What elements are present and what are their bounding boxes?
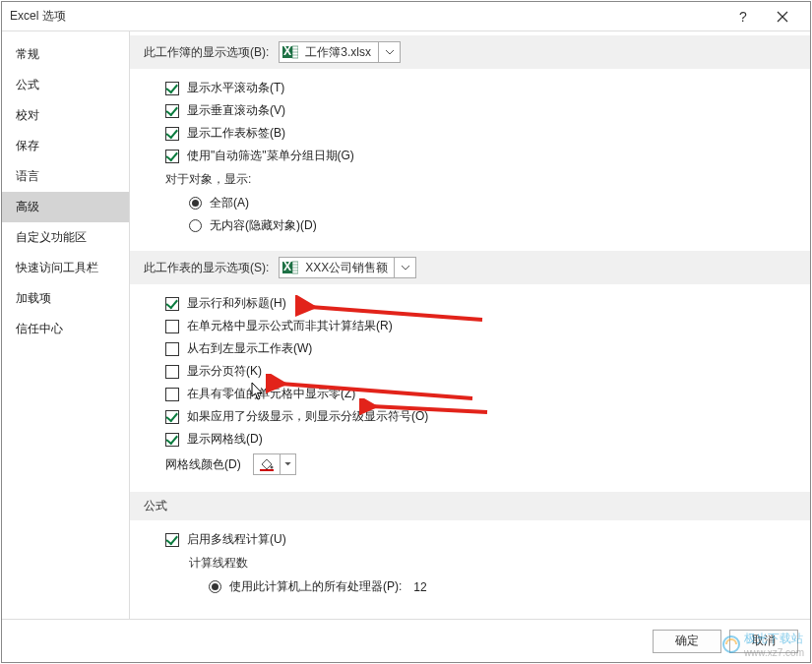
gridline-color-picker[interactable] (253, 453, 296, 475)
radio-objects-all[interactable]: 全部(A) (165, 192, 790, 214)
close-button[interactable] (763, 2, 802, 31)
chevron-down-icon (280, 454, 295, 474)
sidebar-item-proofing[interactable]: 校对 (2, 100, 129, 131)
checkbox-icon[interactable] (165, 410, 179, 424)
section-formulas-label: 公式 (144, 498, 167, 514)
sheet-dropdown-value: XXX公司销售额 (299, 260, 394, 276)
svg-point-14 (270, 466, 273, 469)
thread-count-label: 计算线程数 (165, 551, 790, 575)
gridline-color-row: 网格线颜色(D) (165, 451, 790, 478)
checkbox-icon[interactable] (165, 104, 179, 118)
color-bucket-icon (258, 457, 276, 471)
sidebar-item-formulas[interactable]: 公式 (2, 70, 129, 100)
checkbox-icon[interactable] (165, 297, 179, 311)
formula-options: 启用多线程计算(U) 计算线程数 使用此计算机上的所有处理器(P): 12 (130, 520, 810, 612)
help-button[interactable]: ? (723, 2, 763, 31)
option-row-col-headers[interactable]: 显示行和列标题(H) (165, 292, 790, 315)
section-formulas: 公式 (130, 492, 810, 520)
sidebar-item-advanced[interactable]: 高级 (2, 192, 129, 222)
titlebar: Excel 选项 ? (2, 2, 810, 31)
checkbox-icon[interactable] (165, 433, 179, 447)
checkbox-icon[interactable] (165, 320, 179, 333)
svg-text:X: X (283, 260, 291, 273)
ok-button[interactable]: 确定 (653, 630, 721, 653)
option-show-zero[interactable]: 在具有零值的单元格中显示零(Z) (165, 383, 790, 405)
close-icon (777, 11, 788, 23)
option-outline-symbols[interactable]: 如果应用了分级显示，则显示分级显示符号(O) (165, 405, 790, 428)
svg-rect-15 (260, 469, 274, 471)
option-rtl-sheet[interactable]: 从右到左显示工作表(W) (165, 337, 790, 360)
checkbox-icon[interactable] (165, 127, 179, 141)
radio-icon[interactable] (189, 219, 202, 232)
option-sheet-tabs[interactable]: 显示工作表标签(B) (165, 122, 790, 145)
sheet-options: 显示行和列标题(H) 在单元格中显示公式而非其计算结果(R) 从右到左显示工作表… (130, 284, 810, 492)
chevron-down-icon (378, 42, 400, 62)
excel-options-dialog: Excel 选项 ? 常规 公式 校对 保存 语言 高级 自定义功能区 快速访问… (1, 1, 811, 663)
workbook-dropdown-value: 工作簿3.xlsx (299, 44, 378, 61)
option-multithread[interactable]: 启用多线程计算(U) (165, 528, 790, 551)
sidebar-item-general[interactable]: 常规 (2, 39, 129, 70)
main-content[interactable]: 此工作簿的显示选项(B): X 工作簿3.xlsx 显示水平滚动条(T) (130, 31, 810, 619)
checkbox-icon[interactable] (165, 388, 179, 401)
radio-objects-none[interactable]: 无内容(隐藏对象)(D) (165, 214, 790, 237)
excel-file-icon: X (281, 43, 299, 61)
excel-sheet-icon: X (281, 259, 299, 276)
sidebar-item-quick-access[interactable]: 快速访问工具栏 (2, 253, 129, 283)
radio-icon[interactable] (209, 580, 221, 593)
workbook-dropdown[interactable]: X 工作簿3.xlsx (279, 41, 401, 63)
sidebar-item-save[interactable]: 保存 (2, 131, 129, 161)
dialog-title: Excel 选项 (10, 8, 723, 25)
checkbox-icon[interactable] (165, 82, 179, 95)
checkbox-icon[interactable] (165, 150, 179, 163)
chevron-down-icon (394, 258, 415, 277)
workbook-options: 显示水平滚动条(T) 显示垂直滚动条(V) 显示工作表标签(B) 使用"自动筛选… (130, 69, 810, 251)
option-vscroll[interactable]: 显示垂直滚动条(V) (165, 99, 790, 122)
objects-display-label: 对于对象，显示: (165, 167, 790, 192)
cancel-button[interactable]: 取消 (729, 630, 798, 653)
gridline-color-label: 网格线颜色(D) (165, 456, 241, 473)
radio-use-all-processors[interactable]: 使用此计算机上的所有处理器(P): 12 (165, 575, 790, 598)
section-sheet-label: 此工作表的显示选项(S): (144, 260, 269, 276)
section-workbook-display: 此工作簿的显示选项(B): X 工作簿3.xlsx (130, 35, 810, 69)
checkbox-icon[interactable] (165, 342, 179, 356)
dialog-footer: 确定 取消 (2, 619, 810, 662)
processor-count-value: 12 (413, 580, 426, 594)
sidebar-item-language[interactable]: 语言 (2, 161, 129, 192)
option-show-formulas[interactable]: 在单元格中显示公式而非其计算结果(R) (165, 315, 790, 337)
sidebar-item-trust-center[interactable]: 信任中心 (2, 314, 129, 344)
sidebar-item-addins[interactable]: 加载项 (2, 283, 129, 314)
option-page-breaks[interactable]: 显示分页符(K) (165, 360, 790, 383)
option-hscroll[interactable]: 显示水平滚动条(T) (165, 77, 790, 99)
section-workbook-label: 此工作簿的显示选项(B): (144, 44, 269, 61)
svg-text:X: X (283, 44, 291, 58)
option-autofilter-date[interactable]: 使用"自动筛选"菜单分组日期(G) (165, 145, 790, 167)
dialog-body: 常规 公式 校对 保存 语言 高级 自定义功能区 快速访问工具栏 加载项 信任中… (2, 31, 810, 619)
checkbox-icon[interactable] (165, 365, 179, 379)
sidebar: 常规 公式 校对 保存 语言 高级 自定义功能区 快速访问工具栏 加载项 信任中… (2, 31, 130, 619)
radio-icon[interactable] (189, 197, 202, 210)
sidebar-item-customize-ribbon[interactable]: 自定义功能区 (2, 222, 129, 253)
option-gridlines[interactable]: 显示网格线(D) (165, 428, 790, 451)
sheet-dropdown[interactable]: X XXX公司销售额 (279, 257, 416, 278)
section-sheet-display: 此工作表的显示选项(S): X XXX公司销售额 (130, 251, 810, 284)
checkbox-icon[interactable] (165, 533, 179, 547)
